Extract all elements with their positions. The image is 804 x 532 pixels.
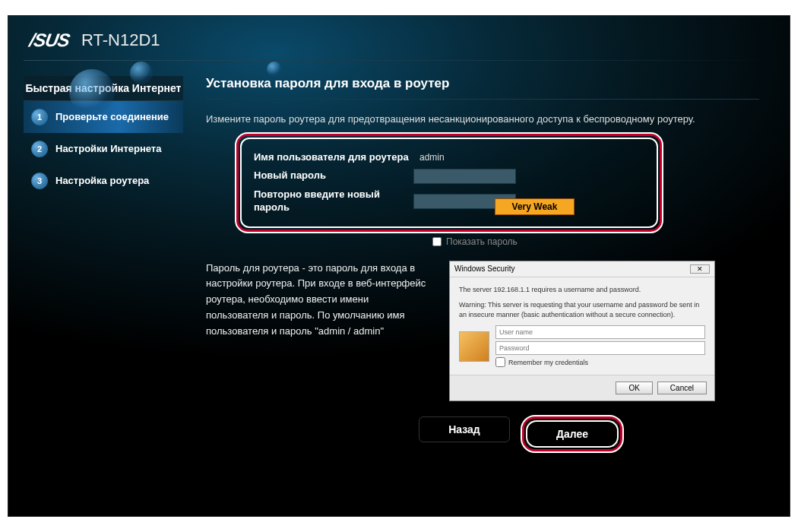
dialog-server-text: The server 192.168.1.1 requires a userna… — [459, 285, 705, 295]
dialog-ok-button: OK — [616, 382, 652, 394]
dialog-username-input — [495, 325, 705, 339]
step-number-icon: 1 — [31, 109, 48, 125]
dialog-password-input — [495, 341, 705, 355]
help-text: Пароль для роутера - это пароль для вход… — [206, 261, 434, 402]
dialog-remember-label: Remember my credentials — [508, 358, 588, 368]
show-password-checkbox[interactable] — [432, 237, 442, 246]
dialog-remember-checkbox — [495, 357, 505, 367]
username-value: admin — [413, 152, 445, 163]
back-button[interactable]: Назад — [419, 416, 510, 442]
step-label: Настройка роутера — [55, 175, 149, 187]
dialog-warning-text: Warning: This server is requesting that … — [459, 300, 705, 319]
page-title: Установка пароля для входа в роутер — [206, 76, 759, 91]
sidebar: Быстрая настройка Интернет 1 Проверьте с… — [24, 76, 183, 451]
asus-logo: /SUS — [28, 30, 71, 51]
page-description: Измените пароль роутера для предотвращен… — [206, 113, 759, 125]
header: /SUS RT-N12D1 — [8, 16, 790, 60]
model-name: RT-N12D1 — [81, 30, 160, 50]
password-strength-badge: Very Weak — [495, 198, 575, 215]
title-divider — [206, 99, 759, 100]
step-label: Настройки Интернета — [55, 143, 161, 155]
dialog-close-icon: ✕ — [690, 264, 710, 274]
confirm-password-label: Повторно введите новый пароль — [254, 188, 413, 214]
nav-buttons: Назад Далее — [282, 416, 759, 451]
new-password-label: Новый пароль — [254, 169, 413, 182]
sidebar-step-internet-settings[interactable]: 2 Настройки Интернета — [24, 133, 183, 165]
show-password-row: Показать пароль — [432, 236, 759, 247]
main-panel: Установка пароля для входа в роутер Изме… — [183, 76, 774, 451]
sidebar-step-router-settings[interactable]: 3 Настройка роутера — [24, 165, 183, 197]
router-admin-frame: /SUS RT-N12D1 Быстрая настройка Интернет… — [8, 15, 790, 517]
username-label: Имя пользователя для роутера — [254, 151, 413, 164]
dialog-title: Windows Security — [454, 264, 514, 273]
windows-security-dialog-example: Windows Security ✕ The server 192.168.1.… — [449, 261, 715, 402]
password-form-highlight: Имя пользователя для роутера admin Новый… — [236, 134, 662, 232]
step-label: Проверьте соединение — [55, 111, 169, 123]
dialog-cancel-button: Cancel — [657, 382, 707, 394]
password-strength: Very Weak — [495, 198, 575, 215]
next-button-highlight: Далее — [522, 416, 622, 451]
step-number-icon: 3 — [31, 173, 48, 189]
new-password-input[interactable] — [413, 169, 516, 184]
show-password-label: Показать пароль — [446, 236, 518, 247]
step-number-icon: 2 — [31, 141, 48, 157]
credential-image-icon — [459, 331, 489, 362]
next-button[interactable]: Далее — [527, 421, 618, 447]
